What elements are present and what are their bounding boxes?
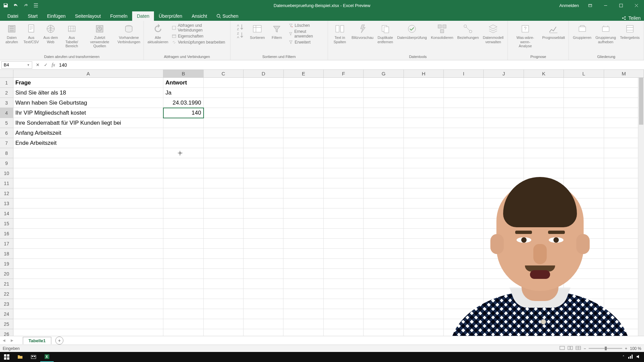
cell-J21[interactable]: [484, 279, 524, 289]
from-web-button[interactable]: Aus dem Web: [42, 22, 60, 45]
cell-J12[interactable]: [484, 188, 524, 198]
cell-L18[interactable]: [564, 249, 604, 259]
cell-K4[interactable]: [524, 108, 564, 118]
row-header-15[interactable]: 15: [0, 219, 13, 229]
cell-J20[interactable]: [484, 269, 524, 279]
cell-G18[interactable]: [364, 249, 404, 259]
subtotal-button[interactable]: Teilergebnis: [619, 22, 641, 41]
row-header-21[interactable]: 21: [0, 279, 13, 289]
cell-C5[interactable]: [204, 118, 244, 128]
cell-A1[interactable]: Frage: [13, 78, 164, 88]
cell-D17[interactable]: [244, 239, 283, 249]
spreadsheet-grid[interactable]: ABCDEFGHIJKLM 1FrageAntwort2Sind Sie ält…: [0, 70, 644, 336]
cell-C21[interactable]: [204, 279, 244, 289]
chevron-down-icon[interactable]: ▼: [27, 63, 30, 67]
row-header-16[interactable]: 16: [0, 229, 13, 239]
cell-A8[interactable]: [13, 148, 164, 158]
taskview-icon[interactable]: [27, 352, 40, 362]
cell-C9[interactable]: [204, 158, 244, 168]
cell-K9[interactable]: [524, 158, 564, 168]
sort-az-button[interactable]: AZZA: [233, 22, 247, 40]
cell-K7[interactable]: [524, 138, 564, 148]
cell-A25[interactable]: [13, 319, 164, 329]
cell-K22[interactable]: [524, 289, 564, 299]
tab-daten[interactable]: Daten: [132, 11, 154, 21]
column-header-G[interactable]: G: [364, 70, 404, 77]
reapply-button[interactable]: Erneut anwenden: [288, 29, 324, 39]
cell-A4[interactable]: Ihr VIP Mitgliedschaft kostet: [13, 108, 164, 118]
cell-C8[interactable]: [204, 148, 244, 158]
cell-K24[interactable]: [524, 309, 564, 319]
remove-duplicates-button[interactable]: Duplikate entfernen: [376, 22, 394, 45]
cell-B17[interactable]: [163, 239, 203, 249]
cell-J15[interactable]: [484, 219, 524, 229]
cell-L13[interactable]: [564, 198, 604, 208]
cell-B3[interactable]: 24.03.1990: [163, 98, 203, 108]
data-validation-button[interactable]: Datenüberprüfung: [396, 22, 428, 41]
cell-A6[interactable]: Anfang Arbeitszeit: [13, 128, 164, 138]
cell-D23[interactable]: [244, 299, 283, 309]
cell-B18[interactable]: [163, 249, 203, 259]
cell-F22[interactable]: [324, 289, 364, 299]
cell-I21[interactable]: [444, 279, 484, 289]
cell-F19[interactable]: [324, 259, 364, 269]
row-header-12[interactable]: 12: [0, 188, 13, 198]
confirm-edit-icon[interactable]: ✓: [42, 62, 50, 67]
cell-A26[interactable]: [13, 329, 164, 336]
column-header-M[interactable]: M: [604, 70, 644, 77]
cell-D21[interactable]: [244, 279, 283, 289]
cell-I15[interactable]: [444, 219, 484, 229]
cell-E18[interactable]: [283, 249, 323, 259]
cell-I24[interactable]: [444, 309, 484, 319]
cell-D26[interactable]: [244, 329, 283, 336]
data-model-button[interactable]: Datenmodell verwalten: [482, 22, 505, 45]
cell-A17[interactable]: [13, 239, 164, 249]
fx-icon[interactable]: fx: [50, 62, 57, 68]
cell-G15[interactable]: [364, 219, 404, 229]
signin-link[interactable]: Anmelden: [556, 3, 582, 8]
cell-L12[interactable]: [564, 188, 604, 198]
row-header-6[interactable]: 6: [0, 128, 13, 138]
cell-J19[interactable]: [484, 259, 524, 269]
cell-A19[interactable]: [13, 259, 164, 269]
cell-C12[interactable]: [204, 188, 244, 198]
cell-B26[interactable]: [163, 329, 203, 336]
cell-G13[interactable]: [364, 198, 404, 208]
cell-F4[interactable]: [324, 108, 364, 118]
cell-L6[interactable]: [564, 128, 604, 138]
from-text-button[interactable]: Aus Text/CSV: [22, 22, 40, 45]
cell-A15[interactable]: [13, 219, 164, 229]
row-header-2[interactable]: 2: [0, 88, 13, 98]
cell-L20[interactable]: [564, 269, 604, 279]
row-header-25[interactable]: 25: [0, 319, 13, 329]
cell-F13[interactable]: [324, 198, 364, 208]
cell-G3[interactable]: [364, 98, 404, 108]
cell-J8[interactable]: [484, 148, 524, 158]
edit-links-button[interactable]: Verknüpfungen bearbeiten: [171, 40, 226, 45]
cell-K25[interactable]: [524, 319, 564, 329]
cell-I20[interactable]: [444, 269, 484, 279]
cell-G8[interactable]: [364, 148, 404, 158]
cell-J3[interactable]: [484, 98, 524, 108]
cell-F5[interactable]: [324, 118, 364, 128]
search-tab[interactable]: Suchen: [212, 11, 243, 21]
cell-F25[interactable]: [324, 319, 364, 329]
zoom-out-button[interactable]: −: [584, 346, 586, 351]
sheet-nav-prev-icon[interactable]: ◄: [0, 338, 8, 343]
what-if-button[interactable]: ?Was-wäre-wenn- Analyse: [511, 22, 540, 49]
cell-F24[interactable]: [324, 309, 364, 319]
row-header-24[interactable]: 24: [0, 309, 13, 319]
row-header-14[interactable]: 14: [0, 208, 13, 219]
cell-H18[interactable]: [404, 249, 444, 259]
row-header-1[interactable]: 1: [0, 78, 13, 88]
minimize-button[interactable]: [598, 0, 613, 11]
cell-I13[interactable]: [444, 198, 484, 208]
cell-H23[interactable]: [404, 299, 444, 309]
cell-A13[interactable]: [13, 198, 164, 208]
advanced-filter-button[interactable]: Erweitert: [288, 40, 324, 45]
cell-F15[interactable]: [324, 219, 364, 229]
cell-D18[interactable]: [244, 249, 283, 259]
cell-J18[interactable]: [484, 249, 524, 259]
cell-H19[interactable]: [404, 259, 444, 269]
cell-J10[interactable]: [484, 168, 524, 178]
